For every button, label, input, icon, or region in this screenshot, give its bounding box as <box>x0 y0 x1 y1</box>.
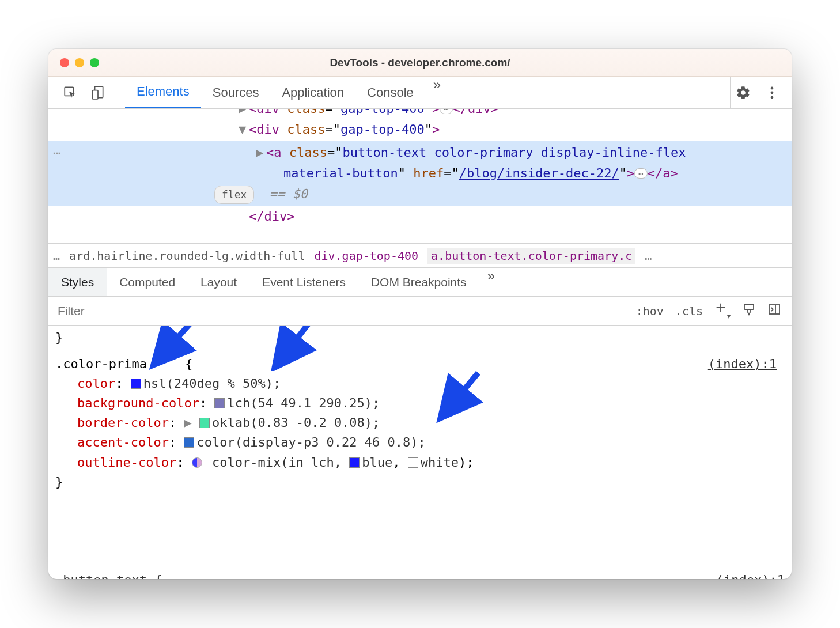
svg-point-5 <box>771 96 774 99</box>
breadcrumb-item[interactable]: div.gap-top-400 <box>314 249 418 263</box>
swatch-icon[interactable] <box>184 437 194 448</box>
main-toolbar: Elements Sources Application Console » <box>48 77 792 109</box>
inspect-element-icon[interactable] <box>62 85 78 101</box>
breadcrumb-overflow[interactable]: … <box>53 249 60 263</box>
css-property-row[interactable]: color: hsl(240deg % 50%); <box>55 374 785 394</box>
svg-rect-7 <box>769 305 780 314</box>
filter-input[interactable] <box>48 304 626 318</box>
dom-line[interactable]: </div> <box>48 206 792 227</box>
svg-point-4 <box>771 91 774 94</box>
breadcrumb-item[interactable]: ard.hairline.rounded-lg.width-full <box>69 249 305 263</box>
dom-selected-node[interactable]: ⋯ ▶<a class="button-text color-primary d… <box>48 141 792 207</box>
swatch-icon[interactable] <box>214 398 225 408</box>
annotation-arrow <box>267 326 319 371</box>
css-property-row[interactable]: border-color: ▶ oklab(0.83 -0.2 0.08); <box>55 413 785 433</box>
breadcrumb-item[interactable]: a.button-text.color-primary.c <box>427 248 635 264</box>
tab-layout[interactable]: Layout <box>188 268 249 296</box>
swatch-icon[interactable] <box>192 457 202 468</box>
filter-row: :hov .cls ▾ <box>48 297 792 326</box>
close-window-button[interactable] <box>60 58 69 67</box>
more-tabs-icon[interactable]: » <box>425 77 449 108</box>
tab-console[interactable]: Console <box>355 77 425 108</box>
css-property-row[interactable]: background-color: lch(54 49.1 290.25); <box>55 394 785 413</box>
kebab-menu-icon[interactable] <box>764 85 780 101</box>
more-subtabs-icon[interactable]: » <box>479 268 503 296</box>
devtools-window: DevTools - developer.chrome.com/ Element… <box>48 49 792 579</box>
next-rule-preview: (index):1 .button-text { <box>55 568 785 579</box>
breadcrumb-overflow[interactable]: … <box>645 249 652 263</box>
swatch-icon[interactable] <box>408 457 418 468</box>
toolbar-right <box>730 77 792 108</box>
computed-sidebar-icon[interactable] <box>767 302 781 319</box>
dom-attr: gap-top-400 <box>340 109 425 116</box>
dom-link[interactable]: /blog/insider-dec-22/ <box>459 166 619 180</box>
svg-rect-6 <box>744 304 754 309</box>
svg-rect-2 <box>92 90 98 99</box>
breadcrumb[interactable]: … ard.hairline.rounded-lg.width-full div… <box>48 244 792 268</box>
annotation-arrow <box>433 368 485 423</box>
zoom-window-button[interactable] <box>90 58 99 67</box>
main-tabs: Elements Sources Application Console » <box>120 77 730 108</box>
annotation-arrow <box>146 326 198 371</box>
css-property-row[interactable]: accent-color: color(display-p3 0.22 46 0… <box>55 433 785 452</box>
titlebar: DevTools - developer.chrome.com/ <box>48 49 792 77</box>
settings-icon[interactable] <box>735 85 751 101</box>
window-title: DevTools - developer.chrome.com/ <box>48 56 792 69</box>
svg-point-3 <box>771 86 774 89</box>
minimize-window-button[interactable] <box>75 58 84 67</box>
styles-pane[interactable]: } (index):1 .color-prima { color: hsl(24… <box>48 326 792 579</box>
dom-attr: gap-top-400 <box>340 122 425 137</box>
filter-tools: :hov .cls ▾ <box>626 301 792 320</box>
swatch-icon[interactable] <box>199 418 210 428</box>
traffic-lights <box>48 58 99 67</box>
css-property-row[interactable]: outline-color: color-mix(in lch, blue, w… <box>55 453 785 472</box>
styles-tabs: Styles Computed Layout Event Listeners D… <box>48 268 792 297</box>
paintbrush-icon[interactable] <box>742 302 756 319</box>
flex-badge[interactable]: flex <box>214 186 254 204</box>
tab-styles[interactable]: Styles <box>48 268 107 296</box>
cls-toggle[interactable]: .cls <box>675 304 703 318</box>
dom-tree[interactable]: ▶<div class="gap-top-400">⋯</div> ▼<div … <box>48 109 792 244</box>
toolbar-left <box>48 77 120 108</box>
tab-computed[interactable]: Computed <box>107 268 188 296</box>
svg-line-9 <box>278 326 311 364</box>
rule-close: } <box>55 472 785 492</box>
rule-source-link[interactable]: (index):1 <box>708 354 777 374</box>
tab-application[interactable]: Application <box>270 77 355 108</box>
tab-sources[interactable]: Sources <box>201 77 271 108</box>
hov-toggle[interactable]: :hov <box>636 304 664 318</box>
new-rule-icon[interactable]: ▾ <box>714 301 731 320</box>
dollar-zero: == $0 <box>270 187 308 201</box>
swatch-icon[interactable] <box>131 379 141 389</box>
device-toolbar-icon[interactable] <box>90 85 106 101</box>
tab-event-listeners[interactable]: Event Listeners <box>249 268 358 296</box>
swatch-icon[interactable] <box>349 457 360 468</box>
dom-line[interactable]: ▼<div class="gap-top-400"> <box>48 119 792 140</box>
svg-line-10 <box>444 373 478 414</box>
svg-line-8 <box>157 326 192 361</box>
tab-elements[interactable]: Elements <box>125 77 201 108</box>
dom-line[interactable]: ▶<div class="gap-top-400">⋯</div> <box>48 109 792 119</box>
tab-dom-breakpoints[interactable]: DOM Breakpoints <box>358 268 479 296</box>
